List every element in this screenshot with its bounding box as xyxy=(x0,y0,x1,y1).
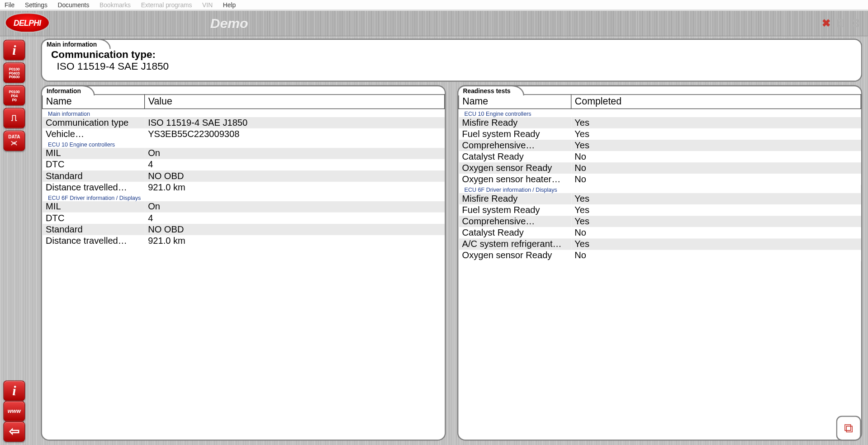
main-information-panel: Main information Communication type: ISO… xyxy=(41,38,862,81)
table-row[interactable]: StandardNO OBD xyxy=(43,170,445,182)
readiness-panel: Readiness tests Name Completed ECU 10 En… xyxy=(457,85,862,440)
communication-type-value: ISO 11519-4 SAE J1850 xyxy=(49,61,854,72)
diagram-icon: ⧉ xyxy=(844,421,853,436)
row-name: A/C system refrigerant… xyxy=(459,238,571,250)
row-value: Yes xyxy=(571,204,861,216)
row-value: No xyxy=(571,174,861,185)
row-value: Yes xyxy=(571,216,861,227)
menu-file[interactable]: File xyxy=(5,1,14,8)
table-row[interactable]: Distance travelled…921.0 km xyxy=(43,235,445,246)
table-section-header: ECU 6F Driver information / Displays xyxy=(459,185,861,193)
row-value: No xyxy=(571,227,861,238)
sidebar-dtc-codes-button[interactable]: P0100 P0403 P0600 xyxy=(4,62,25,83)
menu-settings[interactable]: Settings xyxy=(25,1,47,8)
table-row[interactable]: Oxygen sensor heater…No xyxy=(459,174,861,185)
table-row[interactable]: StandardNO OBD xyxy=(43,224,445,235)
table-row[interactable]: Fuel system ReadyYes xyxy=(459,204,861,216)
diagram-button[interactable]: ⧉ xyxy=(836,416,861,440)
sidebar-info-button[interactable]: i xyxy=(4,40,25,60)
row-value: 4 xyxy=(145,159,445,170)
row-name: Misfire Ready xyxy=(459,193,571,204)
row-value: No xyxy=(571,162,861,174)
calendar-icon[interactable]: 🗓 xyxy=(835,17,846,30)
row-value: NO OBD xyxy=(145,170,445,182)
content-area: Main information Communication type: ISO… xyxy=(34,36,868,445)
table-row[interactable]: DTC4 xyxy=(43,213,445,224)
row-name: Standard xyxy=(43,224,145,235)
row-value: YS3EB55C223009308 xyxy=(145,128,445,140)
header-title: Demo xyxy=(210,15,248,31)
table-row[interactable]: Oxygen sensor ReadyNo xyxy=(459,162,861,174)
sidebar-www-button[interactable]: www xyxy=(4,401,25,421)
table-row[interactable]: Distance travelled…921.0 km xyxy=(43,182,445,193)
row-name: Oxygen sensor Ready xyxy=(459,162,571,174)
sidebar-dtc-live-button[interactable]: P0100P04P0 xyxy=(4,85,25,105)
row-name: Catalyst Ready xyxy=(459,227,571,238)
table-row[interactable]: Oxygen sensor ReadyNo xyxy=(459,250,861,261)
table-section-header: ECU 6F Driver information / Displays xyxy=(43,193,445,201)
row-name: Comprehensive… xyxy=(459,216,571,227)
row-value: 921.0 km xyxy=(145,235,445,246)
info-header-value[interactable]: Value xyxy=(145,95,445,109)
menu-documents[interactable]: Documents xyxy=(57,1,89,8)
row-value: NO OBD xyxy=(145,224,445,235)
sidebar-data-button[interactable]: DATA⩙ xyxy=(4,131,25,151)
row-name: MIL xyxy=(43,201,145,213)
row-value: Yes xyxy=(571,117,861,128)
table-section-header: ECU 10 Engine controllers xyxy=(43,140,445,148)
information-table: Name Value Main informationCommunication… xyxy=(42,94,445,246)
table-row[interactable]: Misfire ReadyYes xyxy=(459,117,861,128)
table-row[interactable]: Vehicle…YS3EB55C223009308 xyxy=(43,128,445,140)
row-name: Standard xyxy=(43,170,145,182)
table-row[interactable]: Comprehensive…Yes xyxy=(459,140,861,151)
row-name: Distance travelled… xyxy=(43,235,145,246)
readiness-tab: Readiness tests xyxy=(457,85,524,95)
table-row[interactable]: Catalyst ReadyNo xyxy=(459,227,861,238)
row-name: Oxygen sensor Ready xyxy=(459,250,571,261)
row-value: Yes xyxy=(571,193,861,204)
sidebar-graph-button[interactable]: ⎍ xyxy=(4,108,25,128)
table-row[interactable]: MILOn xyxy=(43,148,445,159)
table-row[interactable]: Fuel system ReadyYes xyxy=(459,128,861,140)
workspace: i P0100 P0403 P0600 P0100P04P0 ⎍ DATA⩙ i… xyxy=(0,36,868,445)
row-value: On xyxy=(145,201,445,213)
main-information-tab: Main information xyxy=(41,38,110,49)
menu-bar: File Settings Documents Bookmarks Extern… xyxy=(0,0,868,10)
table-row[interactable]: Catalyst ReadyNo xyxy=(459,151,861,162)
menu-bookmarks[interactable]: Bookmarks xyxy=(100,1,131,8)
info-header-name[interactable]: Name xyxy=(43,95,145,109)
row-name: DTC xyxy=(43,213,145,224)
row-name: Misfire Ready xyxy=(459,117,571,128)
sidebar-help-button[interactable]: i xyxy=(4,380,25,401)
readiness-header-name[interactable]: Name xyxy=(459,95,571,109)
row-value: 4 xyxy=(145,213,445,224)
row-name: Catalyst Ready xyxy=(459,151,571,162)
table-row[interactable]: DTC4 xyxy=(43,159,445,170)
row-name: Vehicle… xyxy=(43,128,145,140)
row-name: Oxygen sensor heater… xyxy=(459,174,571,185)
menu-external-programs[interactable]: External programs xyxy=(141,1,192,8)
menu-vin[interactable]: VIN xyxy=(202,1,213,8)
settings-loading-icon: ⚙ xyxy=(851,16,861,30)
row-name: Fuel system Ready xyxy=(459,128,571,140)
row-value: Yes xyxy=(571,140,861,151)
brand-logo: DELPHI xyxy=(5,13,50,33)
sidebar-back-button[interactable]: ⇦ xyxy=(4,421,25,442)
readiness-header-completed[interactable]: Completed xyxy=(571,95,861,109)
table-row[interactable]: MILOn xyxy=(43,201,445,213)
close-icon[interactable]: ✖ xyxy=(822,17,830,30)
table-row[interactable]: Communication typeISO 11519-4 SAE J1850 xyxy=(43,117,445,128)
row-value: No xyxy=(571,250,861,261)
row-value: On xyxy=(145,148,445,159)
table-row[interactable]: Misfire ReadyYes xyxy=(459,193,861,204)
communication-type-label: Communication type: xyxy=(49,49,854,61)
row-name: Communication type xyxy=(43,117,145,128)
table-row[interactable]: Comprehensive…Yes xyxy=(459,216,861,227)
row-value: Yes xyxy=(571,128,861,140)
table-section-header: ECU 10 Engine controllers xyxy=(459,109,861,117)
row-name: MIL xyxy=(43,148,145,159)
table-row[interactable]: A/C system refrigerant…Yes xyxy=(459,238,861,250)
menu-help[interactable]: Help xyxy=(223,1,236,8)
row-name: Distance travelled… xyxy=(43,182,145,193)
row-name: Fuel system Ready xyxy=(459,204,571,216)
